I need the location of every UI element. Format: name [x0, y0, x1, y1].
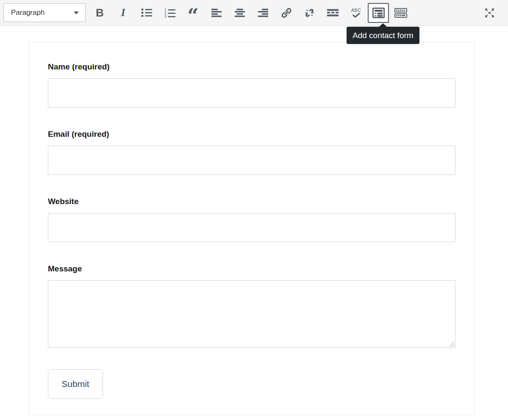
- align-left-button[interactable]: [205, 3, 228, 22]
- website-field-label: Website: [48, 196, 455, 207]
- message-textarea[interactable]: [48, 280, 455, 348]
- fullscreen-icon: [484, 7, 495, 19]
- editor-content-area: Name (required) Email (required) Website…: [0, 42, 508, 415]
- align-center-button[interactable]: [228, 3, 251, 22]
- spellcheck-icon: ABC: [351, 8, 361, 18]
- align-right-button[interactable]: [251, 3, 275, 22]
- checkmark-icon: [352, 13, 361, 18]
- insert-read-more-button[interactable]: [321, 3, 344, 22]
- message-field-label: Message: [48, 263, 455, 274]
- blockquote-button[interactable]: “: [181, 3, 205, 22]
- textarea-resize-handle[interactable]: [449, 341, 454, 347]
- tooltip-add-contact-form: Add contact form: [347, 27, 419, 44]
- tooltip-arrow: [379, 23, 387, 27]
- unlink-icon: [304, 7, 315, 19]
- read-more-icon: [327, 9, 339, 17]
- contact-form-icon: [372, 8, 385, 18]
- message-textarea-wrapper: [48, 280, 455, 348]
- keyboard-icon: [394, 8, 407, 18]
- bold-button[interactable]: B: [88, 3, 111, 22]
- name-field: Name (required): [48, 61, 455, 108]
- contact-form-preview: Name (required) Email (required) Website…: [29, 42, 475, 415]
- message-field: Message: [48, 263, 455, 348]
- align-right-icon: [258, 8, 268, 17]
- resize-grip-icon: [449, 342, 454, 347]
- link-icon: [280, 7, 292, 19]
- italic-icon: I: [121, 6, 125, 19]
- fullscreen-button[interactable]: [478, 3, 501, 22]
- spellcheck-button[interactable]: ABC: [344, 3, 368, 22]
- name-field-label: Name (required): [48, 61, 455, 72]
- format-select-value: Paragraph: [11, 8, 44, 17]
- align-left-icon: [211, 8, 222, 17]
- name-input[interactable]: [48, 78, 455, 108]
- email-field: Email (required): [48, 129, 455, 175]
- email-field-label: Email (required): [48, 129, 455, 140]
- align-center-icon: [235, 8, 245, 17]
- insert-link-button[interactable]: [275, 3, 298, 22]
- bulleted-list-icon: [141, 8, 152, 17]
- chevron-down-icon: [74, 11, 79, 14]
- email-input[interactable]: [48, 146, 455, 175]
- editor-toolbar: Paragraph B I 1 2 3 “: [0, 0, 508, 26]
- tooltip-text: Add contact form: [353, 31, 414, 40]
- numbered-list-button[interactable]: 1 2 3: [158, 3, 181, 22]
- svg-text:3: 3: [164, 14, 167, 18]
- bold-icon: B: [96, 6, 104, 19]
- italic-button[interactable]: I: [111, 3, 135, 22]
- add-contact-form-button[interactable]: [368, 3, 389, 23]
- blockquote-icon: “: [187, 6, 198, 25]
- unlink-button[interactable]: [298, 3, 321, 22]
- bulleted-list-button[interactable]: [135, 3, 158, 22]
- website-field: Website: [48, 196, 455, 242]
- website-input[interactable]: [48, 213, 455, 242]
- submit-button[interactable]: Submit: [48, 369, 103, 399]
- keyboard-button[interactable]: [389, 3, 412, 22]
- numbered-list-icon: 1 2 3: [164, 8, 175, 18]
- paragraph-format-select[interactable]: Paragraph: [3, 3, 86, 22]
